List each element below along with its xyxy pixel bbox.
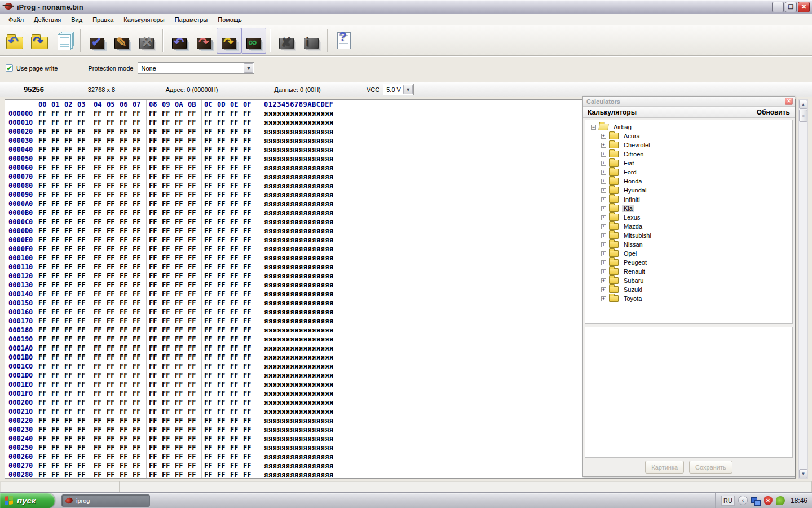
hex-byte-cell[interactable]: FF (64, 163, 77, 172)
ascii-cell[interactable]: яяяяяяяяяяяяяяяя (257, 425, 334, 434)
hex-byte-cell[interactable]: FF (175, 226, 188, 235)
hex-byte-cell[interactable]: FF (51, 290, 64, 299)
tree-item-subaru[interactable]: +Subaru (585, 276, 792, 285)
hex-byte-cell[interactable]: FF (51, 172, 64, 181)
hex-byte-cell[interactable]: FF (64, 299, 77, 308)
hex-byte-cell[interactable]: FF (120, 208, 133, 217)
hex-byte-cell[interactable]: FF (107, 353, 120, 362)
hex-byte-cell[interactable]: FF (133, 290, 145, 299)
hex-byte-cell[interactable]: FF (230, 199, 243, 208)
hex-byte-cell[interactable]: FF (51, 371, 64, 380)
hex-byte-cell[interactable]: FF (107, 136, 120, 145)
save-file-button[interactable]: ↷ (27, 28, 52, 54)
hex-byte-cell[interactable]: FF (149, 235, 162, 244)
hex-byte-cell[interactable]: FF (149, 271, 162, 281)
hex-byte-cell[interactable]: FF (217, 145, 230, 154)
hex-byte-cell[interactable]: FF (217, 281, 230, 290)
hex-byte-cell[interactable]: FF (77, 172, 90, 181)
hex-byte-cell[interactable]: FF (120, 344, 133, 353)
hex-byte-cell[interactable]: FF (94, 380, 107, 389)
hex-byte-cell[interactable]: FF (162, 434, 175, 443)
hex-byte-cell[interactable]: FF (188, 326, 201, 335)
hex-byte-cell[interactable]: FF (51, 136, 64, 145)
hex-byte-cell[interactable]: FF (243, 308, 256, 317)
ascii-cell[interactable]: яяяяяяяяяяяяяяяя (257, 136, 334, 145)
hex-byte-cell[interactable]: FF (243, 416, 256, 425)
hex-byte-cell[interactable]: FF (217, 326, 230, 335)
hex-byte-cell[interactable]: FF (188, 308, 201, 317)
hex-byte-cell[interactable]: FF (64, 407, 77, 416)
menu-item-4[interactable]: Правка (87, 15, 118, 24)
hex-byte-cell[interactable]: FF (94, 362, 107, 371)
hex-byte-cell[interactable]: FF (38, 434, 51, 443)
hex-byte-cell[interactable]: FF (107, 271, 120, 281)
hex-byte-cell[interactable]: FF (230, 253, 243, 262)
hex-byte-cell[interactable]: FF (77, 299, 90, 308)
hex-byte-cell[interactable]: FF (175, 335, 188, 344)
hex-byte-cell[interactable]: FF (120, 154, 133, 163)
menu-item-5[interactable]: Калькуляторы (118, 15, 169, 24)
hex-byte-cell[interactable]: FF (149, 244, 162, 253)
read-to-file-chip-button[interactable]: ↷ (217, 28, 241, 54)
hex-byte-cell[interactable]: FF (243, 335, 256, 344)
erase-chip-button[interactable]: ✘ (274, 28, 299, 54)
hex-byte-cell[interactable]: FF (162, 217, 175, 226)
hex-byte-cell[interactable]: FF (149, 109, 162, 118)
hex-byte-cell[interactable]: FF (162, 335, 175, 344)
hex-byte-cell[interactable]: FF (149, 461, 162, 470)
hex-byte-cell[interactable]: FF (162, 362, 175, 371)
hex-byte-cell[interactable]: FF (204, 452, 217, 461)
hex-byte-cell[interactable]: FF (149, 434, 162, 443)
hex-byte-cell[interactable]: FF (133, 127, 145, 136)
read-chip-button[interactable]: ↶ (167, 28, 192, 54)
hex-byte-cell[interactable]: FF (77, 136, 90, 145)
hex-byte-cell[interactable]: FF (243, 127, 256, 136)
hex-byte-cell[interactable]: FF (133, 380, 145, 389)
hex-byte-cell[interactable]: FF (162, 389, 175, 398)
hex-byte-cell[interactable]: FF (38, 398, 51, 407)
save-button[interactable]: Сохранить (689, 461, 732, 474)
tree-label[interactable]: Fiat (622, 160, 636, 167)
hex-byte-cell[interactable]: FF (107, 181, 120, 190)
hex-byte-cell[interactable]: FF (120, 407, 133, 416)
hex-byte-cell[interactable]: FF (217, 163, 230, 172)
hex-byte-cell[interactable]: FF (94, 398, 107, 407)
hex-byte-cell[interactable]: FF (107, 208, 120, 217)
hex-byte-cell[interactable]: FF (64, 145, 77, 154)
hex-byte-cell[interactable]: FF (133, 199, 145, 208)
hex-byte-cell[interactable]: FF (51, 262, 64, 271)
hex-byte-cell[interactable]: FF (77, 344, 90, 353)
hex-byte-cell[interactable]: FF (133, 136, 145, 145)
hex-byte-cell[interactable]: FF (51, 344, 64, 353)
hex-byte-cell[interactable]: FF (77, 416, 90, 425)
hex-byte-cell[interactable]: FF (107, 118, 120, 127)
tree-label[interactable]: Nissan (622, 241, 645, 248)
hex-byte-cell[interactable]: FF (188, 416, 201, 425)
hex-byte-cell[interactable]: FF (77, 199, 90, 208)
hex-byte-cell[interactable]: FF (149, 389, 162, 398)
hex-byte-cell[interactable]: FF (149, 181, 162, 190)
tree-item-nissan[interactable]: +Nissan (585, 240, 792, 249)
hex-byte-cell[interactable]: FF (217, 217, 230, 226)
hex-byte-cell[interactable]: FF (77, 127, 90, 136)
ascii-cell[interactable]: яяяяяяяяяяяяяяяя (257, 416, 334, 425)
expand-icon[interactable]: + (601, 242, 606, 247)
tree-item-suzuki[interactable]: +Suzuki (585, 285, 792, 294)
hex-byte-cell[interactable]: FF (38, 308, 51, 317)
hex-byte-cell[interactable]: FF (204, 461, 217, 470)
hex-byte-cell[interactable]: FF (230, 380, 243, 389)
expand-icon[interactable]: + (601, 287, 606, 292)
hex-byte-cell[interactable]: FF (217, 344, 230, 353)
hex-byte-cell[interactable]: FF (51, 308, 64, 317)
hex-byte-cell[interactable]: FF (204, 281, 217, 290)
tree-label[interactable]: Subaru (622, 277, 645, 284)
hex-byte-cell[interactable]: FF (217, 371, 230, 380)
hex-byte-cell[interactable]: FF (175, 461, 188, 470)
hex-byte-cell[interactable]: FF (217, 317, 230, 326)
expand-icon[interactable]: + (601, 278, 606, 283)
hex-byte-cell[interactable]: FF (64, 389, 77, 398)
hex-byte-cell[interactable]: FF (230, 127, 243, 136)
hex-byte-cell[interactable]: FF (38, 335, 51, 344)
hex-byte-cell[interactable]: FF (149, 317, 162, 326)
hex-byte-cell[interactable]: FF (77, 217, 90, 226)
